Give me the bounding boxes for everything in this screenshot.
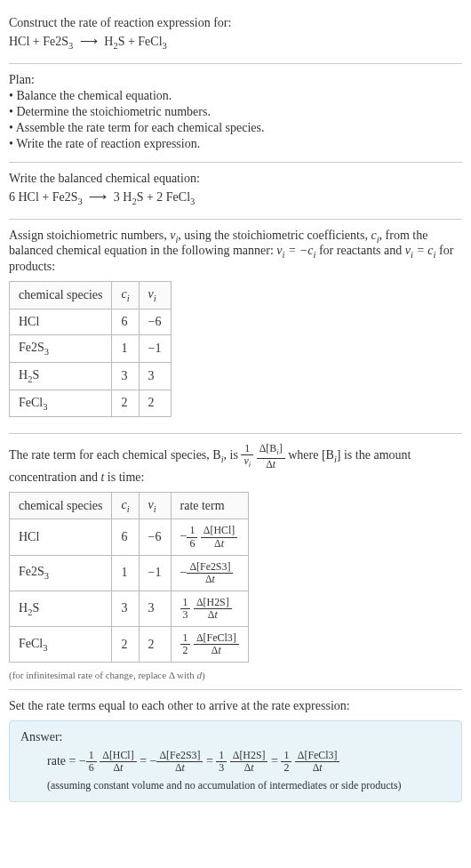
- table-row: HCl 6 −6: [10, 309, 172, 334]
- balanced-equation: 6 HCl + Fe2S3 ⟶ 3 H2S + 2 FeCl3: [9, 189, 462, 206]
- plan-item: Assemble the rate term for each chemical…: [9, 121, 462, 135]
- final-intro: Set the rate terms equal to each other t…: [9, 699, 462, 713]
- rate-cell: 12 Δ[FeCl3]Δt: [171, 627, 248, 663]
- plan-item: Determine the stoichiometric numbers.: [9, 105, 462, 119]
- c-cell: 1: [112, 555, 139, 591]
- table-header: ci: [112, 282, 139, 309]
- species-cell: HCl: [10, 309, 112, 334]
- c-cell: 6: [112, 309, 139, 334]
- species-cell: HCl: [10, 519, 112, 555]
- species-cell: Fe2S3: [10, 555, 112, 591]
- rate-cell: −Δ[Fe2S3]Δt: [171, 555, 248, 591]
- plan-item: Write the rate of reaction expression.: [9, 137, 462, 151]
- c-cell: 6: [112, 519, 139, 555]
- plan-list: Balance the chemical equation. Determine…: [9, 89, 462, 151]
- final-section: Set the rate terms equal to each other t…: [9, 690, 462, 802]
- rateterm-section: The rate term for each chemical species,…: [9, 434, 462, 690]
- nu-cell: −6: [139, 519, 171, 555]
- table-header: rate term: [171, 492, 248, 519]
- table-header: chemical species: [10, 282, 112, 309]
- prompt-text: Construct the rate of reaction expressio…: [9, 16, 462, 30]
- header-section: Construct the rate of reaction expressio…: [9, 7, 462, 64]
- stoich-section: Assign stoichiometric numbers, νi, using…: [9, 220, 462, 435]
- species-cell: Fe2S3: [10, 334, 112, 362]
- c-cell: 2: [112, 390, 139, 417]
- balanced-section: Write the balanced chemical equation: 6 …: [9, 163, 462, 220]
- table-header: νi: [139, 492, 171, 519]
- rateterm-table: chemical species ci νi rate term HCl 6 −…: [9, 492, 249, 663]
- nu-cell: 3: [139, 591, 171, 626]
- rate-cell: −16 Δ[HCl]Δt: [171, 519, 248, 555]
- nu-cell: −6: [139, 309, 171, 334]
- rateterm-intro: The rate term for each chemical species,…: [9, 443, 462, 484]
- nu-cell: −1: [139, 555, 171, 591]
- answer-box: Answer: rate = −16 Δ[HCl]Δt = −Δ[Fe2S3]Δ…: [9, 720, 462, 802]
- rateterm-note: (for infinitesimal rate of change, repla…: [9, 670, 462, 680]
- nu-cell: 3: [139, 362, 171, 390]
- nu-cell: −1: [139, 334, 171, 362]
- table-row: HCl 6 −6 −16 Δ[HCl]Δt: [10, 519, 249, 555]
- species-cell: FeCl3: [10, 627, 112, 663]
- table-row: Fe2S3 1 −1: [10, 334, 172, 362]
- c-cell: 2: [112, 627, 139, 663]
- stoich-table: chemical species ci νi HCl 6 −6 Fe2S3 1 …: [9, 281, 172, 417]
- plan-title: Plan:: [9, 73, 462, 87]
- table-row: FeCl3 2 2 12 Δ[FeCl3]Δt: [10, 627, 249, 663]
- rate-cell: 13 Δ[H2S]Δt: [171, 591, 248, 626]
- table-header: chemical species: [10, 492, 112, 519]
- balanced-intro: Write the balanced chemical equation:: [9, 172, 462, 186]
- plan-item: Balance the chemical equation.: [9, 89, 462, 103]
- plan-section: Plan: Balance the chemical equation. Det…: [9, 64, 462, 163]
- c-cell: 3: [112, 362, 139, 390]
- unbalanced-equation: HCl + Fe2S3 ⟶ H2S + FeCl3: [9, 34, 462, 51]
- table-header: νi: [139, 282, 171, 309]
- species-cell: H2S: [10, 362, 112, 390]
- table-row: H2S 3 3: [10, 362, 172, 390]
- species-cell: FeCl3: [10, 390, 112, 417]
- table-header: ci: [112, 492, 139, 519]
- answer-assumption: (assuming constant volume and no accumul…: [20, 779, 451, 792]
- nu-cell: 2: [139, 627, 171, 663]
- species-cell: H2S: [10, 591, 112, 626]
- table-row: Fe2S3 1 −1 −Δ[Fe2S3]Δt: [10, 555, 249, 591]
- stoich-intro: Assign stoichiometric numbers, νi, using…: [9, 229, 462, 275]
- table-row: H2S 3 3 13 Δ[H2S]Δt: [10, 591, 249, 626]
- answer-rate-expression: rate = −16 Δ[HCl]Δt = −Δ[Fe2S3]Δt = 13 Δ…: [20, 750, 451, 774]
- c-cell: 1: [112, 334, 139, 362]
- answer-label: Answer:: [20, 730, 451, 744]
- nu-cell: 2: [139, 390, 171, 417]
- c-cell: 3: [112, 591, 139, 626]
- table-row: FeCl3 2 2: [10, 390, 172, 417]
